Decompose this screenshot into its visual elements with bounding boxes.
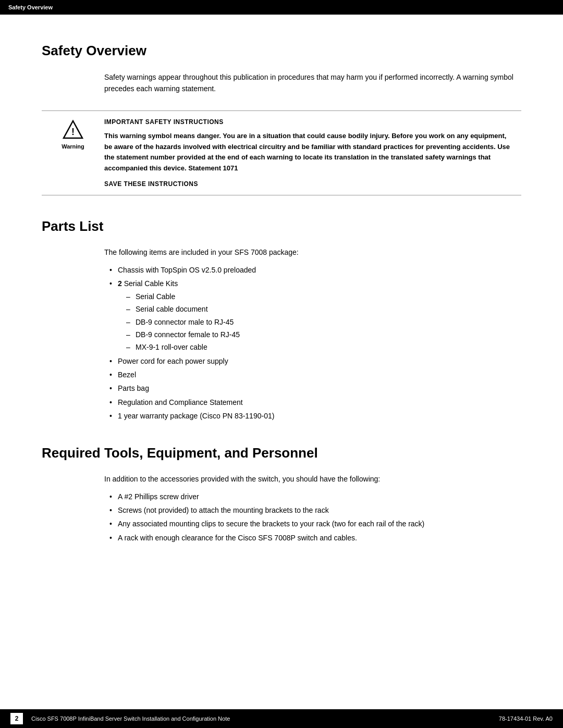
list-item: A #2 Phillips screw driver <box>109 491 521 502</box>
required-tools-section: Required Tools, Equipment, and Personnel… <box>42 443 521 544</box>
list-item: Any associated mounting clips to secure … <box>109 518 521 529</box>
list-item: Parts bag <box>109 382 521 394</box>
save-instructions: SAVE THESE INSTRUCTIONS <box>104 179 511 189</box>
warning-section-title: IMPORTANT SAFETY INSTRUCTIONS <box>104 117 511 127</box>
list-item: Regulation and Compliance Statement <box>109 397 521 408</box>
list-item: Bezel <box>109 369 521 380</box>
warning-left-col: ! Warning <box>42 117 104 151</box>
warning-box: ! Warning IMPORTANT SAFETY INSTRUCTIONS … <box>42 110 521 195</box>
footer-left: 2 Cisco SFS 7008P InfiniBand Server Swit… <box>10 713 230 724</box>
tools-list: A #2 Phillips screw driver Screws (not p… <box>42 491 521 544</box>
page: Safety Overview Safety Overview Safety w… <box>0 0 563 728</box>
footer-page-number: 2 <box>10 713 23 724</box>
warning-content: IMPORTANT SAFETY INSTRUCTIONS This warni… <box>104 117 521 189</box>
list-item: Chassis with TopSpin OS v2.5.0 preloaded <box>109 264 521 276</box>
list-subitem: Serial Cable <box>126 291 521 302</box>
list-item: A rack with enough clearance for the Cis… <box>109 532 521 544</box>
top-bar-label: Safety Overview <box>8 3 53 12</box>
warning-icon: ! <box>63 119 83 140</box>
parts-list-intro: The following items are included in your… <box>42 247 521 258</box>
svg-text:!: ! <box>71 127 75 137</box>
parts-list: Chassis with TopSpin OS v2.5.0 preloaded… <box>42 264 521 422</box>
list-item: Screws (not provided) to attach the moun… <box>109 504 521 516</box>
safety-overview-title: Safety Overview <box>42 41 521 61</box>
list-subitem: DB-9 connector male to RJ-45 <box>126 316 521 328</box>
list-subitem: DB-9 connector female to RJ-45 <box>126 329 521 340</box>
warning-label: Warning <box>62 142 84 151</box>
safety-overview-section: Safety Overview Safety warnings appear t… <box>42 41 521 95</box>
top-bar: Safety Overview <box>0 0 563 15</box>
safety-overview-intro: Safety warnings appear throughout this p… <box>42 71 521 95</box>
serial-cable-subitems: Serial Cable Serial cable document DB-9 … <box>118 291 521 353</box>
parts-list-section: Parts List The following items are inclu… <box>42 216 521 422</box>
list-item: 1 year warranty package (Cisco PN 83-119… <box>109 410 521 422</box>
main-content: Safety Overview Safety warnings appear t… <box>0 15 563 709</box>
required-tools-title: Required Tools, Equipment, and Personnel <box>42 443 521 463</box>
list-item: Power cord for each power supply <box>109 355 521 367</box>
warning-inner: ! Warning IMPORTANT SAFETY INSTRUCTIONS … <box>42 117 521 189</box>
parts-list-title: Parts List <box>42 216 521 237</box>
footer: 2 Cisco SFS 7008P InfiniBand Server Swit… <box>0 709 563 728</box>
list-item: 2 Serial Cable Kits Serial Cable Serial … <box>109 278 521 353</box>
list-subitem: MX-9-1 roll-over cable <box>126 341 521 353</box>
footer-doc-ref: 78-17434-01 Rev. A0 <box>499 714 553 723</box>
warning-body-text: This warning symbol means danger. You ar… <box>104 131 511 174</box>
required-tools-intro: In addition to the accessories provided … <box>42 474 521 485</box>
list-subitem: Serial cable document <box>126 303 521 315</box>
footer-doc-title: Cisco SFS 7008P InfiniBand Server Switch… <box>31 714 230 723</box>
